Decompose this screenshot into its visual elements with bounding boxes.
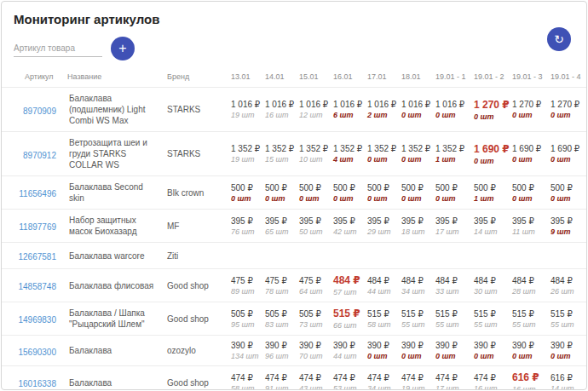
qty-value: 0 шт (401, 155, 432, 164)
table-row: 15690300Балаклаваozozylo390 ₽134 шт390 ₽… (2, 336, 587, 366)
price-value: 474 ₽ (231, 373, 262, 382)
price-value: 505 ₽ (231, 309, 262, 319)
article-cell: 11656496 (2, 176, 67, 210)
add-article-button[interactable]: + (111, 37, 135, 60)
price-qty-cell: 505 ₽73 шт (297, 302, 331, 336)
article-link[interactable]: 12667581 (19, 252, 57, 262)
price-qty-cell: 474 ₽58 шт (229, 366, 263, 391)
price-qty-cell: 515 ₽55 шт (400, 302, 434, 336)
qty-value: 1 шт (435, 155, 470, 164)
price-value: 484 ₽ (474, 276, 509, 285)
price-value: 395 ₽ (231, 216, 262, 226)
qty-value: 0 шт (551, 155, 585, 164)
price-value: 515 ₽ (401, 309, 432, 319)
plus-icon: + (118, 42, 126, 55)
price-value: 1 016 ₽ (265, 100, 296, 109)
article-search-input[interactable] (14, 40, 102, 57)
article-link[interactable]: 15690300 (19, 348, 57, 357)
brand-name: Good shop (165, 269, 229, 302)
column-header-date: 19.01 - 1 (434, 67, 472, 88)
price-qty-cell: 515 ₽55 шт (472, 302, 510, 336)
qty-value: 43 шт (299, 384, 330, 391)
price-qty-cell: 1 690 ₽0 шт (510, 132, 549, 176)
article-link[interactable]: 11656496 (19, 189, 56, 198)
qty-value: 34 шт (367, 384, 398, 391)
article-cell: 8970909 (2, 88, 67, 132)
price-value: 500 ₽ (474, 183, 509, 193)
price-qty-cell: 474 ₽16 шт (472, 366, 510, 391)
qty-value: 16 шт (265, 111, 296, 119)
qty-value: 1 шт (474, 194, 509, 203)
price-qty-cell (434, 243, 472, 269)
price-qty-cell: 395 ₽42 шт (331, 210, 366, 243)
price-value: 500 ₽ (551, 183, 585, 193)
qty-value: 0 шт (401, 194, 432, 203)
refresh-button[interactable]: ↻ (547, 27, 571, 51)
qty-value: 0 шт (551, 194, 585, 203)
article-link[interactable]: 14969830 (19, 315, 57, 325)
qty-value: 0 шт (333, 194, 364, 203)
price-qty-cell (331, 243, 366, 269)
qty-value: 66 шт (333, 321, 364, 330)
qty-value: 0 шт (367, 352, 398, 360)
price-qty-cell: 1 016 ₽2 шт (366, 88, 400, 132)
price-qty-cell: 1 352 ₽0 шт (366, 132, 400, 176)
price-value: 395 ₽ (435, 216, 470, 226)
column-header-date: 17.01 (366, 67, 400, 88)
price-value: 500 ₽ (299, 183, 330, 193)
qty-value: 0 шт (512, 155, 547, 164)
qty-value: 2 шт (367, 111, 398, 119)
qty-value: 83 шт (265, 320, 296, 329)
qty-value: 96 шт (265, 352, 296, 360)
price-value: 474 ₽ (474, 373, 509, 382)
price-value: 500 ₽ (512, 183, 547, 193)
qty-value: 28 шт (512, 287, 547, 296)
price-qty-cell: 390 ₽0 шт (400, 336, 434, 366)
price-qty-cell: 500 ₽1 шт (472, 176, 510, 210)
monitoring-card: Мониторинг артикулов + ↻ АртикулНазвание… (1, 1, 587, 390)
price-value: 390 ₽ (474, 341, 509, 350)
price-value: 500 ₽ (265, 183, 296, 193)
article-link[interactable]: 11897769 (19, 222, 56, 232)
price-value: 1 352 ₽ (401, 144, 432, 153)
article-link[interactable]: 8970912 (23, 151, 56, 160)
price-value: 1 690 ₽ (551, 144, 585, 153)
article-link[interactable]: 14858748 (19, 282, 57, 291)
price-value: 390 ₽ (551, 341, 585, 350)
price-qty-cell: 616 ₽14 шт (549, 366, 587, 391)
qty-value: 58 шт (367, 320, 398, 329)
product-name: Балаклава (подшлемник) Light Combi WS Ma… (67, 88, 165, 132)
article-link[interactable]: 8970909 (23, 106, 56, 116)
table-header: АртикулНазваниеБренд13.0114.0115.0116.01… (2, 67, 587, 88)
price-qty-cell: 1 352 ₽10 шт (297, 132, 331, 176)
price-qty-cell: 390 ₽0 шт (472, 336, 510, 366)
qty-value: 89 шт (231, 287, 262, 296)
article-link[interactable]: 16016338 (19, 379, 57, 388)
price-qty-cell: 505 ₽83 шт (263, 302, 297, 336)
price-value: 390 ₽ (401, 341, 432, 350)
price-qty-cell: 515 ₽66 шт (331, 302, 366, 336)
qty-value: 34 шт (401, 287, 432, 296)
price-value: 500 ₽ (231, 183, 262, 193)
brand-name: Blk crown (165, 176, 229, 210)
qty-value: 0 шт (401, 352, 432, 360)
price-qty-cell: 500 ₽0 шт (229, 176, 263, 210)
price-value: 1 690 ₽ (474, 143, 509, 155)
price-qty-cell: 395 ₽11 шт (510, 210, 549, 243)
price-qty-cell: 500 ₽0 шт (400, 176, 434, 210)
price-qty-cell: 395 ₽9 шт (549, 210, 587, 243)
price-qty-cell: 515 ₽58 шт (366, 302, 400, 336)
price-qty-cell: 515 ₽55 шт (510, 302, 549, 336)
price-value: 395 ₽ (265, 216, 296, 226)
qty-value: 0 шт (435, 352, 470, 360)
price-qty-cell: 1 352 ₽1 шт (434, 132, 472, 176)
price-value: 1 016 ₽ (299, 100, 330, 109)
qty-value: 4 шт (333, 155, 364, 164)
qty-value: 0 шт (474, 157, 509, 165)
price-value: 395 ₽ (401, 216, 432, 226)
brand-name: MF (165, 210, 229, 243)
price-qty-cell: 515 ₽55 шт (549, 302, 587, 336)
qty-value: 33 шт (435, 287, 470, 296)
price-qty-cell: 390 ₽0 шт (549, 336, 587, 366)
price-qty-cell: 390 ₽0 шт (366, 336, 400, 366)
